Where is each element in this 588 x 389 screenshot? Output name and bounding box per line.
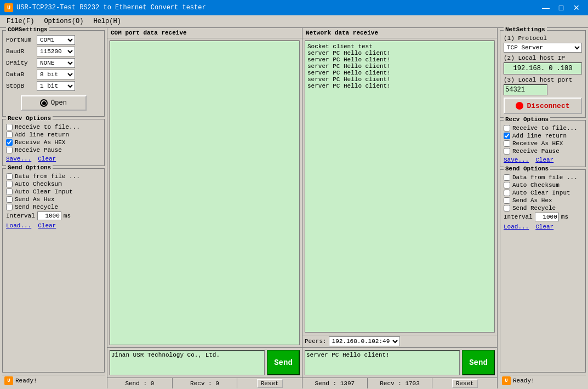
net-settings-title: NetSettings [504,26,547,33]
maximize-button[interactable]: □ [554,2,568,13]
protocol-label: (1) Protocol [504,35,582,42]
menu-options[interactable]: Options(O) [39,16,88,26]
open-button[interactable]: Open [21,95,87,111]
peers-select[interactable]: 192.168.0.102:4915 [329,336,400,346]
net-send-options-group: Send Options Data from file ... Auto Che… [500,169,586,373]
net-auto-clear-input-checkbox[interactable] [504,190,510,196]
local-ip-input[interactable] [504,62,582,75]
red-dot-icon [516,102,523,110]
com-receive-pause-label: Receive Pause [15,147,62,153]
net-auto-clear-input-label: Auto Clear Input [512,190,570,196]
com-send-options-title: Send Options [6,164,53,171]
com-auto-checksum-checkbox[interactable] [6,181,13,187]
parity-select[interactable]: NONEODDEVEN [37,58,75,68]
net-settings-group: NetSettings (1) Protocol TCP Server TCP … [500,30,586,118]
local-ip-label: (2) Local host IP [504,55,582,61]
com-settings-title: COMSettings [6,26,49,33]
com-reset-btn[interactable]: Reset [257,379,283,388]
com-interval-input[interactable] [37,211,61,220]
title-bar: U USR-TCP232-Test RS232 to Ethernet Conv… [0,0,588,15]
com-recv-clear-button[interactable]: Clear [38,156,56,162]
stop-select[interactable]: 1 bit2 bit [37,81,75,91]
net-send-as-hex-checkbox[interactable] [504,197,510,204]
menu-help[interactable]: Help(H) [89,16,125,26]
close-button[interactable]: ✕ [569,2,584,13]
net-receive-pause-checkbox[interactable] [504,148,510,155]
net-data-from-file-label: Data from file ... [512,174,578,181]
com-receive-as-hex-checkbox[interactable] [6,139,13,146]
com-send-textarea[interactable]: Jinan USR Technology Co., Ltd. [110,350,265,375]
com-add-line-return-label: Add line return [15,131,69,138]
baud-select[interactable]: 9600192003840057600115200 [37,47,75,56]
net-interval-input[interactable] [535,213,559,221]
data-select[interactable]: 7 bit8 bit [37,70,75,79]
com-add-line-return-checkbox[interactable] [6,131,13,138]
protocol-select[interactable]: TCP Server TCP Client UDP Server UDP Cli… [504,43,582,53]
right-panel: NetSettings (1) Protocol TCP Server TCP … [498,28,588,388]
net-receive-as-hex-checkbox[interactable] [504,140,510,147]
net-receive-pause-label: Receive Pause [512,148,560,155]
net-ready-bar: U Ready! [500,375,586,386]
com-send-recycle-checkbox[interactable] [6,204,13,210]
com-recv-to-file-checkbox[interactable] [6,124,13,130]
com-data-receive-area[interactable] [110,41,300,345]
com-ready-icon: U [4,376,13,385]
com-recv-options-group: Recv Options Receive to file... Add line… [2,119,105,166]
net-send-button[interactable]: Send [462,350,495,375]
net-recv-count: Recv : 1703 [368,378,433,388]
network-data-receive-area[interactable]: Socket client testserver PC Hello client… [305,41,495,333]
menu-file[interactable]: File(F) [2,16,38,26]
com-recv-count: Recv : 0 [173,378,238,388]
port-select[interactable]: COM1COM2COM3COM4 [37,35,75,45]
net-send-clear-button[interactable]: Clear [535,224,553,230]
net-reset-button[interactable]: Reset [432,378,497,388]
disconnect-button[interactable]: Disconnect [504,98,582,114]
com-data-from-file-checkbox[interactable] [6,173,13,180]
com-send-recycle-label: Send Recycle [15,204,58,210]
local-port-input[interactable] [504,84,547,95]
menu-bar: File(F) Options(O) Help(H) [0,15,588,28]
local-port-label: (3) Local host port [504,77,582,83]
window-title: USR-TCP232-Test RS232 to Ethernet Conver… [16,4,206,12]
data-label: DataB [6,71,35,78]
left-panel: COMSettings PortNum COM1COM2COM3COM4 Bau… [0,28,107,388]
net-auto-checksum-checkbox[interactable] [504,182,510,188]
com-send-options-group: Send Options Data from file ... Auto Che… [2,168,105,373]
net-data-from-file-checkbox[interactable] [504,174,510,181]
com-settings-group: COMSettings PortNum COM1COM2COM3COM4 Bau… [2,30,105,117]
net-receive-as-hex-label: Receive As HEX [512,140,563,147]
net-ready-icon: U [502,376,511,385]
net-recv-to-file-label: Receive to file... [512,125,578,131]
com-recv-options-title: Recv Options [6,115,53,122]
net-recv-options-group: Recv Options Receive to file... Add line… [500,120,586,167]
net-interval-unit: ms [561,214,568,220]
net-recv-to-file-checkbox[interactable] [504,125,510,131]
net-recv-clear-button[interactable]: Clear [535,157,553,163]
net-auto-checksum-label: Auto Checksum [512,182,560,188]
com-recv-save-button[interactable]: Save... [6,156,31,162]
com-reset-button[interactable]: Reset [237,378,302,388]
com-data-from-file-label: Data from file ... [15,173,80,180]
minimize-button[interactable]: — [539,2,553,13]
com-send-as-hex-checkbox[interactable] [6,196,13,203]
net-recv-save-button[interactable]: Save... [504,157,529,163]
com-send-button[interactable]: Send [267,350,300,375]
com-receive-pause-checkbox[interactable] [6,147,13,153]
com-auto-checksum-label: Auto Checksum [15,181,62,187]
net-send-recycle-checkbox[interactable] [504,205,510,211]
net-send-options-title: Send Options [504,165,550,172]
network-data-panel: Network data receive Socket client tests… [302,28,498,388]
net-send-textarea[interactable]: server PC Hello client! [305,350,460,375]
com-auto-clear-input-label: Auto Clear Input [15,188,73,195]
net-add-line-return-label: Add line return [512,133,567,139]
net-add-line-return-checkbox[interactable] [504,133,510,139]
com-ready-label: Ready! [15,377,37,384]
net-send-load-button[interactable]: Load... [504,224,529,230]
com-auto-clear-input-checkbox[interactable] [6,188,13,195]
net-reset-btn[interactable]: Reset [452,379,478,388]
com-data-panel: COM port data receive Jinan USR Technolo… [107,28,302,388]
com-send-clear-button[interactable]: Clear [38,222,56,229]
com-send-load-button[interactable]: Load... [6,222,31,229]
net-interval-label: Interval [504,214,533,220]
com-ready-bar: U Ready! [2,375,105,386]
